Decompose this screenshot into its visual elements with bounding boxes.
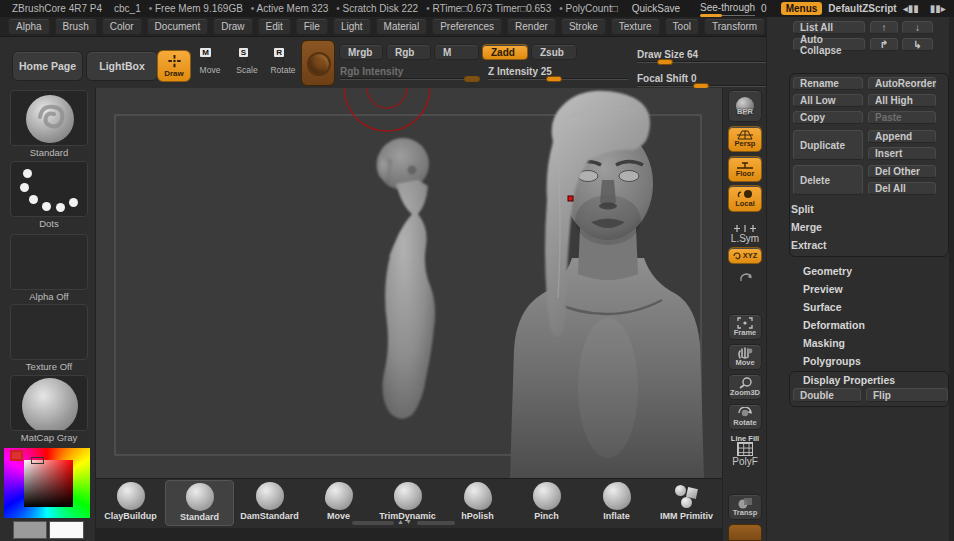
subpalette-polygroups[interactable]: Polygroups — [803, 355, 861, 367]
draw-tool-button[interactable]: Draw — [157, 50, 191, 82]
del-all-button[interactable]: Del All — [868, 182, 936, 195]
paste-button[interactable]: Paste — [868, 111, 936, 124]
rotate-tool-button[interactable]: R Rotate — [270, 52, 296, 75]
polyf-button[interactable]: PolyF — [728, 442, 762, 467]
current-material-thumbnail[interactable] — [301, 40, 335, 86]
see-through-slider[interactable]: See-through — [700, 2, 755, 16]
lsym-button[interactable]: L.Sym — [728, 224, 762, 244]
redo-arrow-button[interactable]: ↱ — [870, 38, 898, 51]
z-intensity-slider[interactable] — [488, 78, 628, 80]
subpalette-deformation[interactable]: Deformation — [803, 319, 865, 331]
color-picker[interactable] — [4, 448, 90, 518]
mrgb-mode-button[interactable]: Mrgb — [339, 44, 383, 60]
focal-shift-slider[interactable] — [637, 85, 778, 87]
flip-button[interactable]: Flip — [866, 388, 948, 402]
menu-brush[interactable]: Brush — [55, 18, 97, 35]
secondary-color-swatch[interactable] — [49, 521, 84, 539]
panel-scrollbar[interactable] — [949, 17, 954, 541]
divider-left-icon[interactable]: ◂▮▮ — [903, 3, 919, 14]
menu-stroke[interactable]: Stroke — [561, 18, 606, 35]
menu-document[interactable]: Document — [147, 18, 209, 35]
split-header[interactable]: Split — [791, 203, 814, 215]
branch-arrow-button[interactable]: ↳ — [902, 38, 933, 51]
solo-button-partial[interactable] — [728, 524, 762, 541]
menu-color[interactable]: Color — [102, 18, 142, 35]
brush-claybuildup[interactable]: ClayBuildup — [96, 480, 165, 526]
bpr-render-button[interactable]: BPR — [728, 90, 762, 122]
brush-damstandard[interactable]: DamStandard — [235, 480, 304, 526]
menu-file[interactable]: File — [296, 18, 328, 35]
menu-render[interactable]: Render — [507, 18, 556, 35]
subpalette-geometry[interactable]: Geometry — [803, 265, 852, 277]
draw-size-slider[interactable] — [637, 61, 778, 63]
menu-tool[interactable]: Tool — [665, 18, 699, 35]
hue-cursor[interactable] — [10, 450, 23, 461]
move-view-button[interactable]: Move — [728, 344, 762, 370]
z-intensity-handle[interactable] — [546, 76, 562, 82]
zoom3d-button[interactable]: Zoom3D — [728, 374, 762, 400]
default-zscript-button[interactable]: DefaultZScript — [828, 3, 896, 14]
merge-header[interactable]: Merge — [791, 221, 822, 233]
move-down-button[interactable]: ↓ — [902, 21, 933, 34]
menu-texture[interactable]: Texture — [611, 18, 660, 35]
current-texture-thumbnail[interactable]: Texture Off — [10, 304, 88, 372]
double-button[interactable]: Double — [793, 388, 861, 402]
xyz-button[interactable]: XYZ — [728, 247, 762, 264]
saturation-value-square[interactable] — [24, 460, 73, 507]
zsub-mode-button[interactable]: Zsub — [531, 44, 577, 60]
sv-cursor[interactable] — [31, 457, 44, 464]
brush-pinch[interactable]: Pinch — [512, 480, 581, 526]
brush-inflate[interactable]: Inflate — [582, 480, 651, 526]
rotate-view-button[interactable]: Rotate — [728, 404, 762, 430]
primary-color-swatch[interactable] — [13, 521, 47, 539]
tray-scroll-arrows[interactable]: ▲▼ — [397, 518, 413, 525]
menu-alpha[interactable]: Alpha — [8, 18, 50, 35]
rename-button[interactable]: Rename — [793, 77, 863, 90]
document-canvas[interactable] — [96, 88, 722, 478]
all-low-button[interactable]: All Low — [793, 94, 863, 107]
duplicate-button[interactable]: Duplicate — [793, 130, 863, 160]
brush-standard-selected[interactable]: Standard — [165, 480, 234, 526]
menu-draw[interactable]: Draw — [213, 18, 252, 35]
current-stroke-thumbnail[interactable]: Dots — [10, 161, 88, 229]
rgb-intensity-slider[interactable] — [340, 78, 478, 80]
subpalette-surface[interactable]: Surface — [803, 301, 842, 313]
scale-tool-button[interactable]: S Scale — [234, 52, 260, 75]
del-other-button[interactable]: Del Other — [868, 165, 936, 178]
auto-collapse-button[interactable]: Auto Collapse — [793, 38, 865, 51]
copy-button[interactable]: Copy — [793, 111, 863, 124]
move-tool-button[interactable]: M Move — [197, 52, 223, 75]
current-alpha-thumbnail[interactable]: Alpha Off — [10, 234, 88, 302]
current-matcap-thumbnail[interactable]: MatCap Gray — [10, 375, 88, 443]
menu-preferences[interactable]: Preferences — [432, 18, 502, 35]
brush-hpolish[interactable]: hPolish — [443, 480, 512, 526]
spin-icon[interactable] — [728, 272, 762, 283]
quicksave-button[interactable]: QuickSave — [632, 3, 680, 14]
lightbox-button[interactable]: LightBox — [86, 51, 158, 81]
subpalette-preview[interactable]: Preview — [803, 283, 843, 295]
autoreorder-button[interactable]: AutoReorder — [868, 77, 936, 90]
menu-edit[interactable]: Edit — [258, 18, 291, 35]
brush-move[interactable]: Move — [304, 480, 373, 526]
menu-light[interactable]: Light — [333, 18, 371, 35]
brush-imm-primitiv[interactable]: IMM Primitiv — [652, 480, 721, 526]
divider-right-icon[interactable]: ▮▮▸ — [930, 3, 946, 14]
zadd-mode-button[interactable]: Zadd — [482, 44, 528, 60]
frame-button[interactable]: Frame — [728, 314, 762, 340]
persp-button[interactable]: Persp — [728, 126, 762, 152]
menu-material[interactable]: Material — [376, 18, 428, 35]
rgb-mode-button[interactable]: Rgb — [386, 44, 431, 60]
tray-scroll-track-right[interactable] — [417, 521, 455, 525]
move-up-button[interactable]: ↑ — [870, 21, 898, 34]
delete-button[interactable]: Delete — [793, 165, 863, 195]
list-all-button[interactable]: List All — [793, 21, 865, 34]
rgb-intensity-handle[interactable] — [464, 76, 480, 82]
draw-size-handle[interactable] — [657, 59, 673, 65]
m-mode-button[interactable]: M — [434, 44, 479, 60]
local-button[interactable]: Local — [728, 185, 762, 212]
floor-button[interactable]: Floor — [728, 156, 762, 182]
tray-scroll-track-left[interactable] — [352, 521, 394, 525]
current-brush-thumbnail[interactable]: Standard — [10, 90, 88, 158]
subpalette-masking[interactable]: Masking — [803, 337, 845, 349]
menu-transform[interactable]: Transform — [704, 18, 765, 35]
